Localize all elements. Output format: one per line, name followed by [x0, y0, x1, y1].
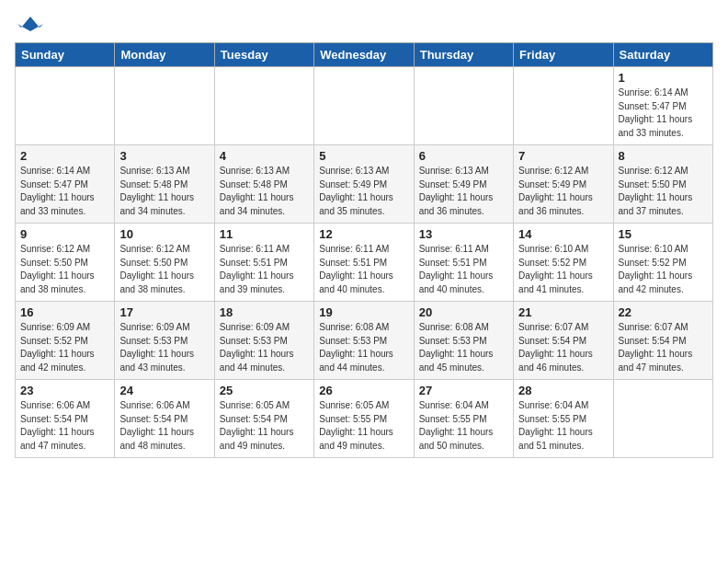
day-number: 10 [119, 227, 209, 241]
day-info: Sunrise: 6:07 AM Sunset: 5:54 PM Dayligh… [619, 321, 708, 374]
day-cell: 12Sunrise: 6:11 AM Sunset: 5:51 PM Dayli… [314, 224, 414, 302]
day-cell: 2Sunrise: 6:14 AM Sunset: 5:47 PM Daylig… [16, 145, 115, 224]
calendar-table: SundayMondayTuesdayWednesdayThursdayFrid… [15, 42, 713, 458]
day-cell: 4Sunrise: 6:13 AM Sunset: 5:48 PM Daylig… [214, 145, 313, 224]
day-cell [214, 67, 313, 145]
day-info: Sunrise: 6:10 AM Sunset: 5:52 PM Dayligh… [518, 243, 608, 296]
day-info: Sunrise: 6:08 AM Sunset: 5:53 PM Dayligh… [319, 321, 408, 374]
day-number: 7 [518, 149, 608, 163]
day-number: 27 [419, 384, 508, 397]
day-info: Sunrise: 6:13 AM Sunset: 5:49 PM Dayligh… [419, 165, 508, 218]
day-number: 2 [20, 149, 109, 163]
day-number: 6 [419, 149, 508, 163]
col-header-saturday: Saturday [613, 43, 712, 67]
day-info: Sunrise: 6:04 AM Sunset: 5:55 PM Dayligh… [419, 399, 508, 453]
day-info: Sunrise: 6:13 AM Sunset: 5:48 PM Dayligh… [119, 165, 209, 218]
day-info: Sunrise: 6:09 AM Sunset: 5:53 PM Dayligh… [119, 321, 209, 374]
col-header-tuesday: Tuesday [214, 43, 313, 67]
day-info: Sunrise: 6:05 AM Sunset: 5:54 PM Dayligh… [220, 399, 309, 453]
day-number: 1 [619, 71, 708, 85]
day-info: Sunrise: 6:13 AM Sunset: 5:48 PM Dayligh… [220, 165, 309, 218]
day-info: Sunrise: 6:09 AM Sunset: 5:53 PM Dayligh… [220, 321, 309, 374]
day-number: 25 [220, 384, 309, 397]
day-info: Sunrise: 6:09 AM Sunset: 5:52 PM Dayligh… [20, 321, 109, 374]
day-cell: 23Sunrise: 6:06 AM Sunset: 5:54 PM Dayli… [16, 380, 115, 458]
day-cell: 3Sunrise: 6:13 AM Sunset: 5:48 PM Daylig… [115, 145, 214, 224]
day-cell [414, 67, 513, 145]
day-number: 22 [619, 305, 708, 319]
day-number: 15 [619, 227, 708, 241]
day-cell: 8Sunrise: 6:12 AM Sunset: 5:50 PM Daylig… [613, 145, 712, 224]
day-cell [514, 67, 613, 145]
day-number: 20 [419, 305, 508, 319]
day-cell: 1Sunrise: 6:14 AM Sunset: 5:47 PM Daylig… [613, 67, 712, 145]
col-header-thursday: Thursday [414, 43, 513, 67]
day-number: 28 [518, 384, 608, 397]
calendar-header-row: SundayMondayTuesdayWednesdayThursdayFrid… [16, 43, 713, 67]
day-info: Sunrise: 6:07 AM Sunset: 5:54 PM Dayligh… [518, 321, 608, 374]
day-number: 18 [220, 305, 309, 319]
day-number: 16 [20, 305, 109, 319]
week-row-5: 23Sunrise: 6:06 AM Sunset: 5:54 PM Dayli… [16, 380, 713, 458]
day-cell: 16Sunrise: 6:09 AM Sunset: 5:52 PM Dayli… [16, 302, 115, 380]
day-number: 3 [119, 149, 209, 163]
day-info: Sunrise: 6:11 AM Sunset: 5:51 PM Dayligh… [419, 243, 508, 296]
day-cell: 5Sunrise: 6:13 AM Sunset: 5:49 PM Daylig… [314, 145, 414, 224]
day-number: 14 [518, 227, 608, 241]
day-cell [314, 67, 414, 145]
day-cell [16, 67, 115, 145]
day-number: 17 [119, 305, 209, 319]
day-cell: 21Sunrise: 6:07 AM Sunset: 5:54 PM Dayli… [514, 302, 613, 380]
day-number: 13 [419, 227, 508, 241]
col-header-friday: Friday [514, 43, 613, 67]
day-cell: 7Sunrise: 6:12 AM Sunset: 5:49 PM Daylig… [514, 145, 613, 224]
day-info: Sunrise: 6:12 AM Sunset: 5:49 PM Dayligh… [518, 165, 608, 218]
week-row-1: 1Sunrise: 6:14 AM Sunset: 5:47 PM Daylig… [16, 67, 713, 145]
day-info: Sunrise: 6:12 AM Sunset: 5:50 PM Dayligh… [619, 165, 708, 218]
day-info: Sunrise: 6:13 AM Sunset: 5:49 PM Dayligh… [319, 165, 408, 218]
col-header-monday: Monday [115, 43, 214, 67]
day-info: Sunrise: 6:08 AM Sunset: 5:53 PM Dayligh… [419, 321, 508, 374]
week-row-3: 9Sunrise: 6:12 AM Sunset: 5:50 PM Daylig… [16, 224, 713, 302]
day-cell [613, 380, 712, 458]
day-cell: 17Sunrise: 6:09 AM Sunset: 5:53 PM Dayli… [115, 302, 214, 380]
day-info: Sunrise: 6:14 AM Sunset: 5:47 PM Dayligh… [619, 86, 708, 140]
day-cell [115, 67, 214, 145]
day-cell: 26Sunrise: 6:05 AM Sunset: 5:55 PM Dayli… [314, 380, 414, 458]
logo [15, 15, 43, 31]
day-info: Sunrise: 6:10 AM Sunset: 5:52 PM Dayligh… [619, 243, 708, 296]
day-cell: 11Sunrise: 6:11 AM Sunset: 5:51 PM Dayli… [214, 224, 313, 302]
day-cell: 15Sunrise: 6:10 AM Sunset: 5:52 PM Dayli… [613, 224, 712, 302]
day-number: 9 [20, 227, 109, 241]
day-cell: 13Sunrise: 6:11 AM Sunset: 5:51 PM Dayli… [414, 224, 513, 302]
day-cell: 24Sunrise: 6:06 AM Sunset: 5:54 PM Dayli… [115, 380, 214, 458]
day-info: Sunrise: 6:06 AM Sunset: 5:54 PM Dayligh… [20, 399, 109, 453]
day-info: Sunrise: 6:14 AM Sunset: 5:47 PM Dayligh… [20, 165, 109, 218]
day-number: 4 [220, 149, 309, 163]
week-row-2: 2Sunrise: 6:14 AM Sunset: 5:47 PM Daylig… [16, 145, 713, 224]
day-number: 11 [220, 227, 309, 241]
day-cell: 27Sunrise: 6:04 AM Sunset: 5:55 PM Dayli… [414, 380, 513, 458]
logo-icon [17, 15, 43, 31]
day-cell: 6Sunrise: 6:13 AM Sunset: 5:49 PM Daylig… [414, 145, 513, 224]
day-cell: 20Sunrise: 6:08 AM Sunset: 5:53 PM Dayli… [414, 302, 513, 380]
day-number: 12 [319, 227, 408, 241]
page-header [15, 15, 713, 31]
day-cell: 22Sunrise: 6:07 AM Sunset: 5:54 PM Dayli… [613, 302, 712, 380]
day-cell: 28Sunrise: 6:04 AM Sunset: 5:55 PM Dayli… [514, 380, 613, 458]
day-info: Sunrise: 6:04 AM Sunset: 5:55 PM Dayligh… [518, 399, 608, 453]
week-row-4: 16Sunrise: 6:09 AM Sunset: 5:52 PM Dayli… [16, 302, 713, 380]
svg-marker-0 [17, 17, 43, 31]
day-info: Sunrise: 6:12 AM Sunset: 5:50 PM Dayligh… [119, 243, 209, 296]
day-number: 21 [518, 305, 608, 319]
day-cell: 14Sunrise: 6:10 AM Sunset: 5:52 PM Dayli… [514, 224, 613, 302]
day-info: Sunrise: 6:12 AM Sunset: 5:50 PM Dayligh… [20, 243, 109, 296]
day-number: 24 [119, 384, 209, 397]
day-cell: 9Sunrise: 6:12 AM Sunset: 5:50 PM Daylig… [16, 224, 115, 302]
day-cell: 18Sunrise: 6:09 AM Sunset: 5:53 PM Dayli… [214, 302, 313, 380]
day-number: 23 [20, 384, 109, 397]
col-header-wednesday: Wednesday [314, 43, 414, 67]
day-number: 8 [619, 149, 708, 163]
day-info: Sunrise: 6:11 AM Sunset: 5:51 PM Dayligh… [319, 243, 408, 296]
day-number: 19 [319, 305, 408, 319]
